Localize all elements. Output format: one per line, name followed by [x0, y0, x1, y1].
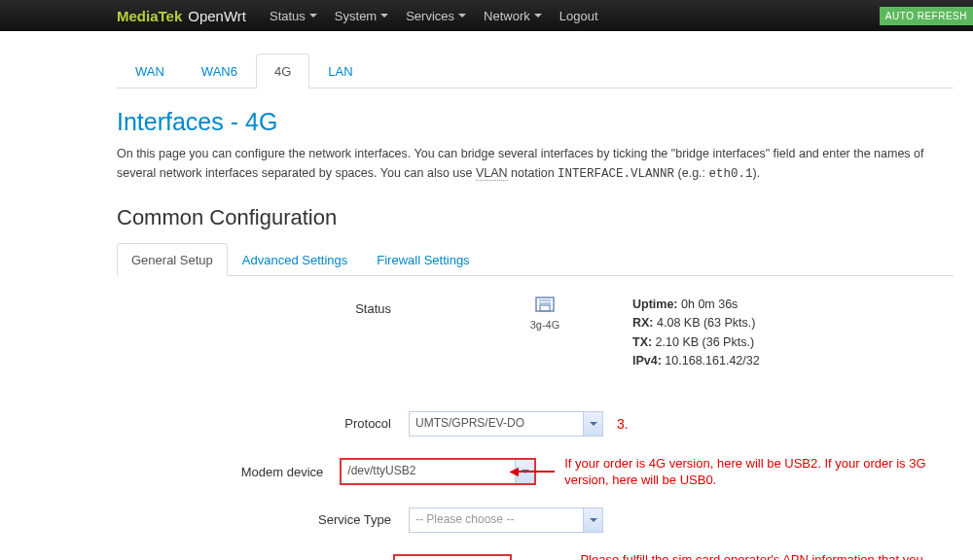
config-tabs: General Setup Advanced Settings Firewall… [117, 242, 954, 276]
brand-openwrt: OpenWrt [188, 8, 246, 24]
protocol-label: Protocol [117, 416, 409, 431]
modem-annotation-text: If your order is 4G version, here will b… [564, 455, 954, 489]
svg-rect-0 [536, 298, 554, 311]
service-type-value: -- Please choose -- [409, 508, 603, 533]
service-type-label: Service Type [117, 512, 409, 527]
protocol-row: Protocol UMTS/GPRS/EV-DO 3. [117, 410, 954, 438]
interface-name: 3g-4G [516, 319, 574, 331]
interface-tabs: WAN WAN6 4G LAN [117, 52, 954, 88]
tab-wan[interactable]: WAN [117, 53, 183, 88]
dropdown-button[interactable] [583, 412, 602, 436]
dropdown-button[interactable] [583, 508, 602, 532]
service-type-row: Service Type -- Please choose -- [117, 507, 954, 534]
nav-services[interactable]: Services [406, 9, 466, 23]
brand-mediatek: MediaTek [117, 8, 182, 24]
nav-system[interactable]: System [335, 9, 388, 23]
annotation-arrow: ◄ [535, 463, 555, 480]
vlan-abbr: VLAN [476, 166, 508, 181]
nav-status[interactable]: Status [270, 9, 317, 23]
tab-general-setup[interactable]: General Setup [117, 243, 228, 276]
tab-lan[interactable]: LAN [309, 53, 371, 88]
page-description: On this page you can configure the netwo… [117, 144, 954, 184]
modem-device-label: Modem device [117, 465, 341, 479]
tab-wan6[interactable]: WAN6 [183, 53, 256, 88]
apn-annotation-text: Please fulfill the sim card operator's A… [580, 551, 954, 560]
annotation-3: 3. [617, 416, 629, 432]
chevron-down-icon [590, 518, 597, 522]
nav-network[interactable]: Network [484, 9, 542, 23]
protocol-select-value: UMTS/GPRS/EV-DO [409, 411, 603, 437]
service-type-select[interactable]: -- Please choose -- [409, 508, 603, 533]
page-title: Interfaces - 4G [117, 108, 954, 136]
apn-row: APN ◄ Please fulfill the sim card operat… [117, 551, 954, 560]
auto-refresh-badge[interactable]: AUTO REFRESH [880, 7, 973, 25]
status-label: Status [117, 296, 409, 316]
chevron-down-icon [380, 14, 388, 18]
status-details: Uptime: 0h 0m 36s RX: 4.08 KB (63 Pkts.)… [632, 296, 760, 371]
chevron-down-icon [458, 14, 466, 18]
top-navbar: MediaTek OpenWrt Status System Services … [0, 0, 973, 31]
modem-device-row: Modem device /dev/ttyUSB2 ◄ If your orde… [117, 455, 954, 489]
chevron-down-icon [590, 422, 597, 426]
svg-rect-1 [540, 305, 550, 311]
chevron-down-icon [309, 14, 317, 18]
interface-badge: 3g-4G [516, 296, 574, 331]
nav-logout[interactable]: Logout [559, 9, 598, 23]
chevron-down-icon [534, 14, 542, 18]
section-title: Common Configuration [117, 205, 954, 230]
tab-advanced-settings[interactable]: Advanced Settings [228, 243, 362, 276]
apn-input[interactable] [394, 555, 511, 560]
tab-4g[interactable]: 4G [256, 53, 309, 88]
status-row: Status 3g-4G Uptime: 0h 0m 36s RX: 4.08 … [117, 296, 954, 371]
protocol-select[interactable]: UMTS/GPRS/EV-DO [409, 411, 603, 437]
ethernet-icon [534, 296, 556, 315]
tab-firewall-settings[interactable]: Firewall Settings [362, 243, 484, 276]
main-content: WAN WAN6 4G LAN Interfaces - 4G On this … [0, 31, 954, 560]
